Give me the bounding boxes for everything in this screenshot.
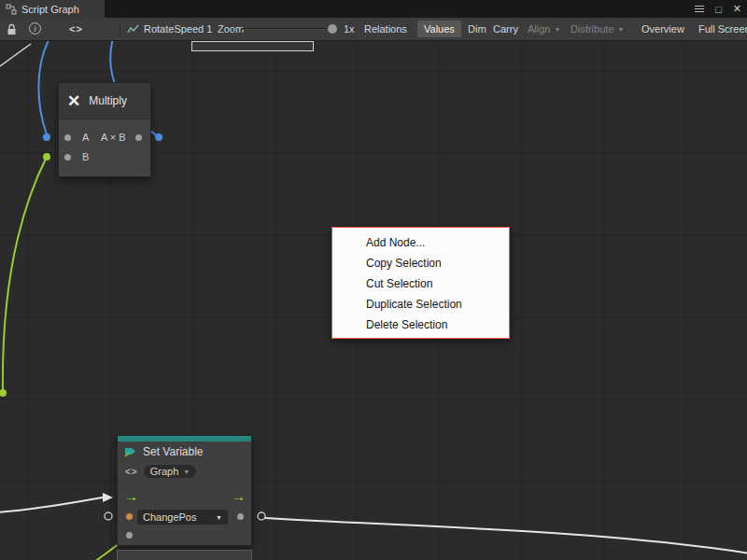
multiply-icon: ✕ xyxy=(67,91,80,111)
port-b-label: B xyxy=(82,151,89,162)
set-variable-title: Set Variable xyxy=(143,445,203,458)
wire-end-dot-green xyxy=(43,153,50,161)
wire-end-dot-blue xyxy=(155,133,162,141)
close-icon[interactable]: ✕ xyxy=(733,3,741,15)
caret-down-icon: ▼ xyxy=(216,514,222,521)
menu-item-delete-selection[interactable]: Delete Selection xyxy=(332,315,509,335)
toolbar-separator xyxy=(120,21,120,36)
set-variable-header[interactable]: Set Variable xyxy=(118,441,251,462)
script-graph-window: Script Graph □ ✕ i <> RotateSpeed 1 Zoom xyxy=(0,0,747,560)
port-a-label: A xyxy=(82,132,89,143)
variable-name-label: ChangePos xyxy=(143,511,197,523)
variable-name-dropdown[interactable]: ChangePos ▼ xyxy=(137,510,228,525)
port-result-label: A × B xyxy=(101,132,126,143)
graph-reference-label: RotateSpeed 1 xyxy=(144,23,212,35)
set-variable-icon xyxy=(124,446,137,458)
wire-green-b xyxy=(3,157,47,390)
relations-button[interactable]: Relations xyxy=(360,18,411,40)
wire-white-out xyxy=(264,518,747,553)
caret-down-icon: ▼ xyxy=(617,26,624,33)
flow-output-port[interactable]: → xyxy=(232,490,246,503)
set-variable-subheader: <> Graph ▼ xyxy=(118,462,251,481)
window-menu-icon[interactable] xyxy=(695,6,704,13)
wire-end-dot-blue xyxy=(43,133,50,141)
full-screen-button[interactable]: Full Screen xyxy=(695,18,747,40)
port-result-output[interactable] xyxy=(135,134,142,141)
menu-item-cut-selection[interactable]: Cut Selection xyxy=(332,273,509,294)
slider-popup-box xyxy=(191,41,314,51)
values-button[interactable]: Values xyxy=(417,21,461,37)
wire-end-dot-green xyxy=(0,389,7,397)
overview-button[interactable]: Overview xyxy=(638,18,688,40)
menu-item-add-node[interactable]: Add Node... xyxy=(332,232,509,253)
set-variable-body: → → ChangePos ▼ xyxy=(118,481,251,547)
context-menu: Add Node... Copy Selection Cut Selection… xyxy=(331,227,510,339)
distribute-label: Distribute xyxy=(571,23,613,35)
distribute-dropdown[interactable]: Distribute ▼ xyxy=(567,18,627,40)
code-glyph-icon: <> xyxy=(125,467,138,477)
caret-down-icon: ▼ xyxy=(554,26,560,33)
caret-down-icon: ▼ xyxy=(183,469,190,475)
maximize-icon[interactable]: □ xyxy=(715,4,722,15)
scope-label: Graph xyxy=(150,466,179,477)
multiply-node-title: Multiply xyxy=(89,94,127,107)
code-view-button[interactable]: <> xyxy=(69,18,83,40)
set-variable-node[interactable]: Set Variable <> Graph ▼ → → ChangePos ▼ xyxy=(117,435,252,546)
window-controls: □ ✕ xyxy=(695,0,741,18)
graph-glyph-icon xyxy=(127,24,139,35)
tab-title: Script Graph xyxy=(21,4,79,15)
variable-scope-dropdown[interactable]: Graph ▼ xyxy=(144,465,197,478)
align-label: Align xyxy=(528,23,550,35)
zoom-label: Zoom xyxy=(218,18,244,40)
menu-item-copy-selection[interactable]: Copy Selection xyxy=(332,253,509,273)
wire-white-stub xyxy=(0,44,31,68)
lock-icon[interactable] xyxy=(7,18,17,40)
unconnected-port-circle xyxy=(258,512,265,520)
zoom-value: 1x xyxy=(344,18,355,40)
wire-blue-a xyxy=(38,41,49,134)
align-dropdown[interactable]: Align ▼ xyxy=(524,18,564,40)
multiply-node[interactable]: ✕ Multiply A A × B B xyxy=(58,82,151,177)
flow-arrowhead xyxy=(103,493,113,502)
script-graph-icon xyxy=(6,4,17,15)
unconnected-port-circle xyxy=(105,512,112,520)
fallback-input-port[interactable] xyxy=(126,532,133,539)
zoom-slider-handle[interactable] xyxy=(328,24,337,34)
dim-button[interactable]: Dim xyxy=(464,18,490,40)
graph-reference-button[interactable]: RotateSpeed 1 xyxy=(127,18,212,40)
node-below-cutoff[interactable] xyxy=(117,550,252,560)
graph-toolbar: i <> RotateSpeed 1 Zoom 1x Relations Val… xyxy=(0,18,747,41)
menu-item-duplicate-selection[interactable]: Duplicate Selection xyxy=(332,294,509,315)
tab-script-graph[interactable]: Script Graph xyxy=(0,0,105,18)
value-output-port[interactable] xyxy=(237,513,244,520)
carry-button[interactable]: Carry xyxy=(489,18,522,40)
tab-bar: Script Graph □ ✕ xyxy=(0,0,747,18)
flow-input-port[interactable]: → xyxy=(124,490,138,503)
value-input-port[interactable] xyxy=(126,513,133,520)
port-b-input[interactable] xyxy=(64,154,71,161)
wire-white-flow-in xyxy=(0,497,103,512)
graph-canvas[interactable]: ✕ Multiply A A × B B Set Variable <> xyxy=(0,41,747,560)
zoom-slider[interactable] xyxy=(242,18,335,40)
port-a-input[interactable] xyxy=(64,134,71,141)
zoom-slider-track[interactable] xyxy=(242,28,335,30)
info-icon[interactable]: i xyxy=(29,22,41,35)
multiply-node-header[interactable]: ✕ Multiply xyxy=(59,83,150,119)
